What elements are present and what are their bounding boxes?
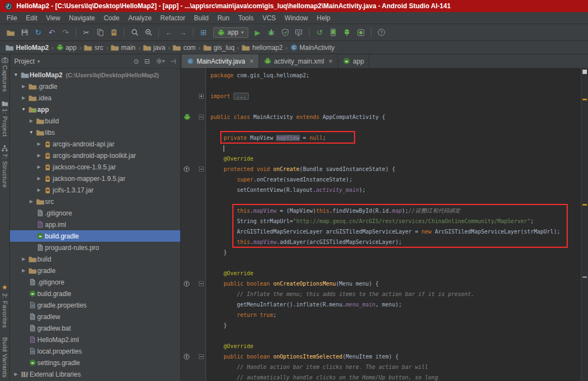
breadcrumb-hellomap2[interactable]: HelloMap2 xyxy=(5,44,49,52)
chevron-down-icon[interactable]: ▾ xyxy=(37,59,40,64)
menu-tools[interactable]: Tools xyxy=(234,13,258,23)
override-icon[interactable] xyxy=(184,280,191,287)
breadcrumb-java[interactable]: java xyxy=(143,44,165,52)
collapse-all-icon[interactable]: ⊟ xyxy=(144,58,150,65)
breadcrumb-hellomap2[interactable]: hellomap2 xyxy=(242,44,282,52)
chevron-collapsed-icon[interactable]: ▶ xyxy=(35,153,43,158)
stripe-mark[interactable] xyxy=(583,204,587,206)
tree-item-build-gradle[interactable]: build.gradle xyxy=(10,230,180,242)
tool-window-button-1-project[interactable]: 1: Project xyxy=(2,101,8,137)
tool-window-button-7-structure[interactable]: 7: Structure xyxy=(2,145,8,188)
breadcrumb-app[interactable]: app xyxy=(56,44,77,52)
editor-content[interactable]: package com.gis_luq.hellomap2;import ...… xyxy=(206,68,581,381)
menu-edit[interactable]: Edit xyxy=(21,13,42,23)
open-icon[interactable] xyxy=(4,26,17,38)
tree-item-libs[interactable]: ▼libs xyxy=(10,127,180,138)
tree-item-gitignore[interactable]: .gitignore xyxy=(10,276,180,288)
menu-file[interactable]: File xyxy=(2,13,21,23)
tree-item-proguard-rules-pro[interactable]: proguard-rules.pro xyxy=(10,242,180,253)
avd-manager-icon[interactable] xyxy=(327,26,340,38)
breadcrumb-gis-luq[interactable]: gis_luq xyxy=(203,44,235,52)
find-icon[interactable] xyxy=(128,26,141,38)
chevron-collapsed-icon[interactable]: ▶ xyxy=(20,95,27,100)
chevron-collapsed-icon[interactable]: ▶ xyxy=(20,84,27,89)
menu-run[interactable]: Run xyxy=(213,13,234,23)
close-icon[interactable]: × xyxy=(249,57,254,65)
fold-collapse-icon[interactable] xyxy=(199,354,204,359)
chevron-collapsed-icon[interactable]: ▶ xyxy=(35,164,43,169)
tool-window-button-captures[interactable]: Captures xyxy=(2,57,8,92)
tree-item-jcifs-1-3-17-jar[interactable]: ▶jcifs-1.3.17.jar xyxy=(10,184,180,196)
menu-window[interactable]: Window xyxy=(280,13,312,23)
chevron-expanded-icon[interactable]: ▼ xyxy=(20,107,27,112)
chevron-expanded-icon[interactable]: ▼ xyxy=(27,130,35,135)
fold-collapse-icon[interactable] xyxy=(199,281,204,286)
fold-collapse-icon[interactable] xyxy=(199,167,204,172)
tree-item-local-properties[interactable]: local.properties xyxy=(10,345,180,357)
override-icon[interactable] xyxy=(184,166,191,173)
make-project-icon[interactable]: ⊞ xyxy=(197,26,210,38)
menu-code[interactable]: Code xyxy=(99,13,124,23)
tool-window-button-build-variants[interactable]: Build Variants xyxy=(2,337,8,378)
error-stripe[interactable] xyxy=(581,68,588,381)
menu-vcs[interactable]: VCS xyxy=(258,13,281,23)
menu-build[interactable]: Build xyxy=(190,13,213,23)
menu-refactor[interactable]: Refactor xyxy=(156,13,190,23)
copy-icon[interactable] xyxy=(94,26,106,38)
scroll-from-source-icon[interactable]: ⊙ xyxy=(133,58,139,65)
tree-item-gradlew[interactable]: gradlew xyxy=(10,311,180,322)
undo-icon[interactable]: ↶ xyxy=(45,26,58,38)
redo-icon[interactable]: ↷ xyxy=(59,26,72,38)
tree-item-idea[interactable]: ▶.idea xyxy=(10,92,180,104)
chevron-collapsed-icon[interactable]: ▶ xyxy=(27,199,35,204)
chevron-collapsed-icon[interactable]: ▶ xyxy=(35,176,43,181)
tree-item-gradle-properties[interactable]: gradle.properties xyxy=(10,299,180,311)
chevron-collapsed-icon[interactable]: ▶ xyxy=(20,268,27,273)
close-icon[interactable]: × xyxy=(328,57,333,65)
tree-item-external-libraries[interactable]: ▶External Libraries xyxy=(10,368,180,380)
hide-panel-icon[interactable]: ⊣ xyxy=(170,58,176,65)
paste-icon[interactable] xyxy=(107,26,120,38)
tool-window-button-2-favorites[interactable]: ★2: Favorites xyxy=(2,283,8,328)
tree-item-hellomap2[interactable]: ▼HelloMap2(C:\Users\lq\Desktop\HelloMap2… xyxy=(10,69,180,81)
inspection-indicator[interactable] xyxy=(583,70,587,74)
menu-navigate[interactable]: Navigate xyxy=(65,13,99,23)
run-icon[interactable]: ▶ xyxy=(252,26,264,38)
menu-help[interactable]: Help xyxy=(312,13,335,23)
tree-item-src[interactable]: ▶src xyxy=(10,196,180,207)
override-icon[interactable] xyxy=(184,353,191,360)
tab-app[interactable]: app xyxy=(338,54,369,68)
device-monitor-icon[interactable] xyxy=(355,26,367,38)
tree-item-arcgis-android-app-toolkit-jar[interactable]: ▶arcgis-android-app-toolkit.jar xyxy=(10,150,180,161)
chevron-collapsed-icon[interactable]: ▶ xyxy=(20,257,27,261)
sdk-manager-icon[interactable] xyxy=(341,26,353,38)
breadcrumb-com[interactable]: com xyxy=(173,44,196,52)
chevron-collapsed-icon[interactable]: ▶ xyxy=(35,187,43,192)
chevron-collapsed-icon[interactable]: ▶ xyxy=(27,118,35,123)
menu-view[interactable]: View xyxy=(42,13,65,23)
tree-item-build-gradle[interactable]: build.gradle xyxy=(10,288,180,299)
tree-item-app-iml[interactable]: app.iml xyxy=(10,219,180,230)
chevron-collapsed-icon[interactable]: ▶ xyxy=(12,372,20,377)
attach-debugger-icon[interactable] xyxy=(293,26,305,38)
run-configuration-select[interactable]: app▾ xyxy=(213,27,248,38)
chevron-expanded-icon[interactable]: ▼ xyxy=(12,72,20,77)
coverage-icon[interactable] xyxy=(279,26,292,38)
replace-icon[interactable] xyxy=(142,26,155,38)
android-icon[interactable] xyxy=(184,113,191,121)
breadcrumb-src[interactable]: src xyxy=(84,44,103,52)
chevron-collapsed-icon[interactable]: ▶ xyxy=(35,141,43,146)
project-panel-title[interactable]: Project xyxy=(14,58,35,65)
stripe-mark[interactable] xyxy=(583,276,587,278)
tree-item-jackson-core-1-9-5-jar[interactable]: ▶jackson-core-1.9.5.jar xyxy=(10,161,180,173)
tree-item-gradle[interactable]: ▶.gradle xyxy=(10,81,180,92)
settings-gear-icon[interactable]: ▾ xyxy=(156,58,165,65)
tree-item-gradlew-bat[interactable]: gradlew.bat xyxy=(10,322,180,334)
sync-gradle-icon[interactable]: ↺ xyxy=(313,26,326,38)
tree-item-build[interactable]: ▶build xyxy=(10,253,180,265)
tab-mainactivity-java[interactable]: CMainActivity.java× xyxy=(182,54,259,68)
tab-activity-main-xml[interactable]: activity_main.xml× xyxy=(259,54,338,68)
tree-item-app[interactable]: ▼app xyxy=(10,104,180,115)
tree-item-gradle[interactable]: ▶gradle xyxy=(10,265,180,276)
stripe-mark[interactable] xyxy=(583,99,587,100)
